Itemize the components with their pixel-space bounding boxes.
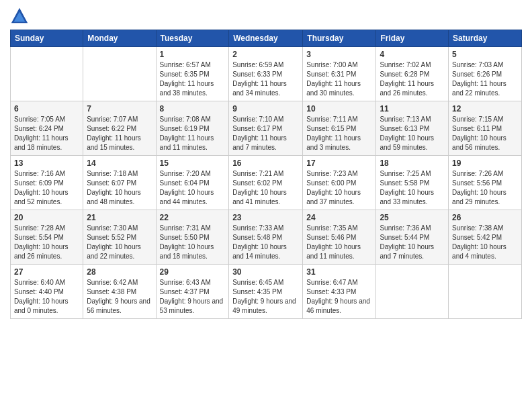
day-number: 31 — [306, 267, 372, 277]
calendar-cell — [449, 265, 522, 319]
calendar-cell: 13Sunrise: 7:16 AM Sunset: 6:09 PM Dayli… — [11, 156, 83, 210]
day-info: Sunrise: 7:31 AM Sunset: 5:50 PM Dayligh… — [160, 224, 226, 261]
calendar-cell — [11, 47, 83, 101]
calendar-cell: 17Sunrise: 7:23 AM Sunset: 6:00 PM Dayli… — [303, 156, 376, 210]
calendar-cell: 29Sunrise: 6:43 AM Sunset: 4:37 PM Dayli… — [156, 265, 229, 319]
calendar-cell: 5Sunrise: 7:03 AM Sunset: 6:26 PM Daylig… — [449, 47, 522, 101]
column-header-friday: Friday — [376, 30, 449, 47]
column-header-saturday: Saturday — [449, 30, 522, 47]
calendar-cell: 12Sunrise: 7:15 AM Sunset: 6:11 PM Dayli… — [449, 101, 522, 156]
day-info: Sunrise: 7:21 AM Sunset: 6:02 PM Dayligh… — [232, 169, 299, 207]
day-info: Sunrise: 7:26 AM Sunset: 5:56 PM Dayligh… — [452, 169, 518, 207]
calendar-cell: 14Sunrise: 7:18 AM Sunset: 6:07 PM Dayli… — [83, 156, 156, 210]
calendar-cell: 19Sunrise: 7:26 AM Sunset: 5:56 PM Dayli… — [449, 156, 522, 210]
calendar-cell: 15Sunrise: 7:20 AM Sunset: 6:04 PM Dayli… — [156, 156, 229, 210]
day-number: 4 — [380, 50, 445, 59]
column-header-monday: Monday — [83, 30, 156, 47]
day-info: Sunrise: 7:38 AM Sunset: 5:42 PM Dayligh… — [452, 224, 518, 261]
day-number: 27 — [14, 267, 79, 277]
calendar-cell — [83, 47, 156, 101]
column-header-sunday: Sunday — [11, 30, 83, 47]
calendar-cell: 30Sunrise: 6:45 AM Sunset: 4:35 PM Dayli… — [229, 265, 303, 319]
calendar-cell: 11Sunrise: 7:13 AM Sunset: 6:13 PM Dayli… — [376, 101, 449, 156]
day-info: Sunrise: 7:23 AM Sunset: 6:00 PM Dayligh… — [306, 169, 372, 207]
day-info: Sunrise: 6:59 AM Sunset: 6:33 PM Dayligh… — [232, 60, 299, 98]
day-number: 8 — [160, 104, 226, 113]
day-info: Sunrise: 7:30 AM Sunset: 5:52 PM Dayligh… — [87, 224, 152, 261]
calendar-cell: 3Sunrise: 7:00 AM Sunset: 6:31 PM Daylig… — [303, 47, 376, 101]
day-number: 12 — [452, 104, 518, 113]
day-info: Sunrise: 7:25 AM Sunset: 5:58 PM Dayligh… — [380, 169, 445, 207]
day-number: 20 — [14, 213, 79, 222]
calendar-cell: 2Sunrise: 6:59 AM Sunset: 6:33 PM Daylig… — [229, 47, 303, 101]
day-number: 6 — [14, 104, 79, 113]
day-number: 18 — [380, 158, 445, 168]
day-number: 29 — [160, 267, 226, 277]
calendar-cell: 8Sunrise: 7:08 AM Sunset: 6:19 PM Daylig… — [156, 101, 229, 156]
day-info: Sunrise: 7:13 AM Sunset: 6:13 PM Dayligh… — [380, 115, 445, 152]
calendar-cell: 7Sunrise: 7:07 AM Sunset: 6:22 PM Daylig… — [83, 101, 156, 156]
day-info: Sunrise: 7:05 AM Sunset: 6:24 PM Dayligh… — [14, 115, 79, 152]
day-info: Sunrise: 6:42 AM Sunset: 4:38 PM Dayligh… — [87, 278, 152, 316]
calendar-cell: 4Sunrise: 7:02 AM Sunset: 6:28 PM Daylig… — [376, 47, 449, 101]
day-number: 26 — [452, 213, 518, 222]
calendar-table: SundayMondayTuesdayWednesdayThursdayFrid… — [10, 30, 522, 319]
day-number: 13 — [14, 158, 79, 168]
calendar-week-row: 13Sunrise: 7:16 AM Sunset: 6:09 PM Dayli… — [11, 156, 522, 210]
calendar-cell: 6Sunrise: 7:05 AM Sunset: 6:24 PM Daylig… — [11, 101, 83, 156]
calendar-cell: 27Sunrise: 6:40 AM Sunset: 4:40 PM Dayli… — [11, 265, 83, 319]
day-number: 21 — [87, 213, 152, 222]
day-info: Sunrise: 7:10 AM Sunset: 6:17 PM Dayligh… — [232, 115, 299, 152]
day-number: 19 — [452, 158, 518, 168]
logo — [10, 7, 32, 26]
day-info: Sunrise: 6:45 AM Sunset: 4:35 PM Dayligh… — [232, 278, 299, 316]
day-number: 3 — [306, 50, 372, 59]
day-info: Sunrise: 7:15 AM Sunset: 6:11 PM Dayligh… — [452, 115, 518, 152]
day-number: 22 — [160, 213, 226, 222]
calendar-week-row: 1Sunrise: 6:57 AM Sunset: 6:35 PM Daylig… — [11, 47, 522, 101]
day-info: Sunrise: 6:40 AM Sunset: 4:40 PM Dayligh… — [14, 278, 79, 316]
calendar-cell: 22Sunrise: 7:31 AM Sunset: 5:50 PM Dayli… — [156, 210, 229, 265]
page-header — [10, 7, 522, 26]
column-header-tuesday: Tuesday — [156, 30, 229, 47]
calendar-cell: 16Sunrise: 7:21 AM Sunset: 6:02 PM Dayli… — [229, 156, 303, 210]
day-number: 16 — [232, 158, 299, 168]
calendar-week-row: 6Sunrise: 7:05 AM Sunset: 6:24 PM Daylig… — [11, 101, 522, 156]
calendar-cell: 23Sunrise: 7:33 AM Sunset: 5:48 PM Dayli… — [229, 210, 303, 265]
logo-icon — [10, 7, 29, 26]
day-number: 17 — [306, 158, 372, 168]
calendar-week-row: 20Sunrise: 7:28 AM Sunset: 5:54 PM Dayli… — [11, 210, 522, 265]
calendar-cell: 26Sunrise: 7:38 AM Sunset: 5:42 PM Dayli… — [449, 210, 522, 265]
day-info: Sunrise: 7:35 AM Sunset: 5:46 PM Dayligh… — [306, 224, 372, 261]
calendar-cell: 31Sunrise: 6:47 AM Sunset: 4:33 PM Dayli… — [303, 265, 376, 319]
day-number: 23 — [232, 213, 299, 222]
day-number: 5 — [452, 50, 518, 59]
calendar-cell: 1Sunrise: 6:57 AM Sunset: 6:35 PM Daylig… — [156, 47, 229, 101]
day-number: 2 — [232, 50, 299, 59]
day-info: Sunrise: 7:08 AM Sunset: 6:19 PM Dayligh… — [160, 115, 226, 152]
day-info: Sunrise: 6:43 AM Sunset: 4:37 PM Dayligh… — [160, 278, 226, 316]
day-number: 14 — [87, 158, 152, 168]
day-number: 9 — [232, 104, 299, 113]
day-info: Sunrise: 6:57 AM Sunset: 6:35 PM Dayligh… — [160, 60, 226, 98]
day-number: 10 — [306, 104, 372, 113]
day-info: Sunrise: 7:11 AM Sunset: 6:15 PM Dayligh… — [306, 115, 372, 152]
calendar-cell: 18Sunrise: 7:25 AM Sunset: 5:58 PM Dayli… — [376, 156, 449, 210]
calendar-cell: 10Sunrise: 7:11 AM Sunset: 6:15 PM Dayli… — [303, 101, 376, 156]
day-info: Sunrise: 7:07 AM Sunset: 6:22 PM Dayligh… — [87, 115, 152, 152]
day-info: Sunrise: 7:03 AM Sunset: 6:26 PM Dayligh… — [452, 60, 518, 98]
day-number: 15 — [160, 158, 226, 168]
day-info: Sunrise: 7:02 AM Sunset: 6:28 PM Dayligh… — [380, 60, 445, 98]
day-info: Sunrise: 7:36 AM Sunset: 5:44 PM Dayligh… — [380, 224, 445, 261]
calendar-cell — [376, 265, 449, 319]
calendar-cell: 9Sunrise: 7:10 AM Sunset: 6:17 PM Daylig… — [229, 101, 303, 156]
day-number: 7 — [87, 104, 152, 113]
day-info: Sunrise: 7:16 AM Sunset: 6:09 PM Dayligh… — [14, 169, 79, 207]
calendar-cell: 21Sunrise: 7:30 AM Sunset: 5:52 PM Dayli… — [83, 210, 156, 265]
day-number: 1 — [160, 50, 226, 59]
day-number: 28 — [87, 267, 152, 277]
calendar-cell: 24Sunrise: 7:35 AM Sunset: 5:46 PM Dayli… — [303, 210, 376, 265]
day-number: 25 — [380, 213, 445, 222]
calendar-cell: 28Sunrise: 6:42 AM Sunset: 4:38 PM Dayli… — [83, 265, 156, 319]
day-number: 24 — [306, 213, 372, 222]
